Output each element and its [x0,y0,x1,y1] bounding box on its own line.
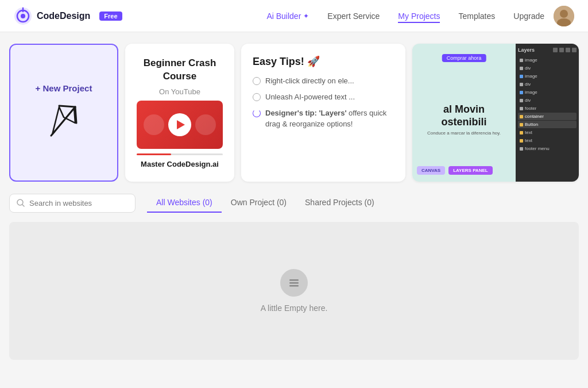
search-box[interactable] [9,194,136,213]
logo-text: CodeDesign [37,11,90,21]
ai-builder-label: Ai Builder [266,11,301,21]
crash-course-footer: Master CodeDesign.ai [141,160,219,168]
layer-dot [520,83,523,86]
svg-point-2 [21,14,25,18]
layers-panel-badge: LAYERS PANEL [448,166,492,175]
layer-item: footer [518,105,577,112]
search-icon [17,199,25,207]
layer-item-selected[interactable]: Button [518,121,577,128]
empty-state-icon [288,276,300,289]
crash-course-subtitle: On YouTube [159,87,200,96]
layer-item: footer menu [518,145,577,152]
tip-text-2: Unleash AI-powered text ... [265,92,355,102]
tip-item-1: Right-click directly on ele... [253,76,394,86]
canvas-side: Comprar ahora al Movinostenibili Conduce… [412,44,516,182]
tabs: All Websites (0) Own Project (0) Shared … [147,193,384,213]
tip-item-2: Unleash AI-powered text ... [253,92,394,102]
tip-dot-1 [253,77,261,85]
layer-dot [520,107,523,110]
filter-row: All Websites (0) Own Project (0) Shared … [9,193,579,213]
layer-dot [520,123,523,126]
nav-my-projects[interactable]: My Projects [398,9,440,23]
tip-item-3: Designer's tip: 'Layers' offers quick dr… [253,108,394,129]
main-content: + New Project Beginner Crash Course On Y… [0,32,588,371]
layer-item: div [518,64,577,72]
layers-panel: Layers image div image div image div foo… [516,44,579,182]
nav-upgrade[interactable]: Upgrade [513,9,544,23]
canvas-badge-row: CANVAS LAYERS PANEL [417,166,493,175]
svg-point-5 [560,10,568,18]
tip-dot-2 [253,93,261,101]
canvas-title: al Movinostenibili [441,103,486,128]
layer-dot [520,131,523,135]
easy-tips-card: Easy Tips! 🚀 Right-click directly on ele… [241,44,405,182]
arrow-icon [47,100,81,143]
crash-course-title: Beginner Crash Course [134,57,225,82]
new-project-card[interactable]: + New Project [9,44,118,182]
tip-dot-3 [253,109,261,117]
layer-dot [520,91,523,94]
avatar-img [554,6,574,26]
layer-item: text [518,129,577,136]
layer-item: div [518,97,577,104]
layer-dot [520,115,523,118]
svg-rect-14 [289,285,299,287]
layer-item: text [518,137,577,144]
empty-area: A little Empty here. [9,222,579,360]
search-input[interactable] [29,199,128,208]
empty-icon [280,269,308,297]
logo-area: CodeDesign Free [14,7,122,25]
youtube-thumbnail[interactable] [137,101,223,149]
layers-header: Layers [518,46,577,54]
svg-rect-13 [289,282,299,284]
layer-dot [520,75,523,78]
tab-all-websites[interactable]: All Websites (0) [147,193,222,213]
svg-line-11 [22,205,24,206]
layer-icon-2 [559,48,564,52]
crash-course-card[interactable]: Beginner Crash Course On YouTube Master … [125,44,234,182]
layer-dot [520,99,523,102]
tip-text-1: Right-click directly on ele... [265,76,354,86]
layer-dot [520,67,523,70]
svg-line-8 [59,106,75,107]
youtube-progress-bar [137,153,223,155]
layer-icon-3 [566,48,570,52]
svg-rect-12 [289,279,299,281]
canvas-badge: CANVAS [417,166,445,175]
layers-icons [553,48,577,52]
nav-templates[interactable]: Templates [458,9,495,23]
tip-text-3: Designer's tip: 'Layers' offers quick dr… [265,108,394,129]
canvas-button-label: Comprar ahora [442,54,486,62]
layer-item-selected[interactable]: container [518,113,577,120]
layer-item: div [518,80,577,88]
youtube-progress-fill [137,153,171,155]
layer-item: image [518,89,577,96]
easy-tips-title: Easy Tips! 🚀 [253,55,394,68]
cards-row: + New Project Beginner Crash Course On Y… [9,44,579,182]
layers-title: Layers [518,47,535,53]
logo-icon [14,7,32,25]
layer-item: image [518,56,577,64]
layer-item: image [518,72,577,80]
tab-own-project[interactable]: Own Project (0) [222,193,296,213]
ai-builder-icon: ✦ [303,12,309,20]
header: CodeDesign Free Ai Builder ✦ Expert Serv… [0,0,588,32]
layer-icon-1 [553,48,558,52]
layer-dot [520,59,523,62]
layer-preview-card: Comprar ahora al Movinostenibili Conduce… [412,44,579,182]
layer-dot [520,139,523,143]
nav-expert-service[interactable]: Expert Service [327,9,380,23]
play-button[interactable] [168,113,191,136]
canvas-subtitle: Conduce a marcar la diferencia hoy. [427,130,501,136]
layer-icon-4 [572,48,577,52]
new-project-label: + New Project [36,83,92,93]
empty-text: A little Empty here. [261,304,328,313]
layer-dot [520,147,523,151]
free-badge: Free [99,11,122,21]
tab-shared-projects[interactable]: Shared Projects (0) [296,193,384,213]
main-nav: Ai Builder ✦ Expert Service My Projects … [266,9,544,23]
avatar[interactable] [554,6,574,26]
nav-ai-builder[interactable]: Ai Builder ✦ [266,9,309,23]
